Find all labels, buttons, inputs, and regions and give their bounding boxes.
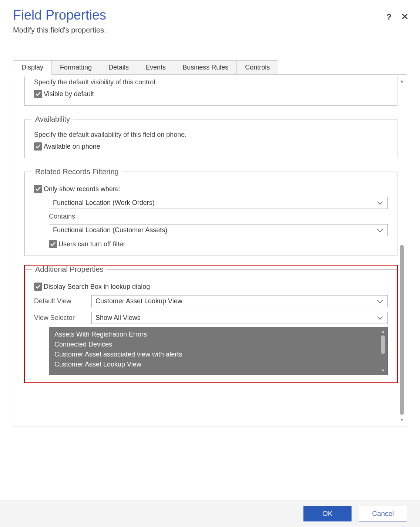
- default-view-select-wrap: Customer Asset Lookup View: [91, 295, 388, 307]
- filtering-legend: Related Records Filtering: [32, 168, 122, 176]
- available-on-phone-row: Available on phone: [34, 142, 388, 151]
- cancel-button[interactable]: Cancel: [359, 506, 407, 521]
- scroll-up-icon[interactable]: ▲: [381, 329, 385, 334]
- default-view-value: Customer Asset Lookup View: [95, 297, 182, 305]
- filter-parent-select[interactable]: Functional Location (Work Orders): [49, 197, 388, 209]
- scroll-down-icon[interactable]: ▼: [400, 417, 404, 422]
- scroll-thumb[interactable]: [381, 335, 385, 354]
- scroll-thumb[interactable]: [400, 245, 404, 415]
- views-listbox[interactable]: Assets With Registration Errors Connecte…: [49, 327, 388, 375]
- display-search-box-checkbox[interactable]: [34, 283, 42, 291]
- availability-section: Availability Specify the default availab…: [24, 115, 397, 158]
- visible-by-default-label: Visible by default: [44, 90, 94, 98]
- filter-child-select[interactable]: Functional Location (Customer Assets): [49, 224, 388, 236]
- dialog-footer: OK Cancel: [0, 500, 420, 527]
- dialog-header: Field Properties Modify this field's pro…: [0, 0, 420, 38]
- ok-button[interactable]: OK: [303, 506, 352, 521]
- panel-scrollbar[interactable]: ▲ ▼: [399, 78, 405, 422]
- users-can-turn-off-checkbox[interactable]: [49, 240, 57, 248]
- visibility-section: Specify the default visibility of this c…: [24, 77, 397, 106]
- tab-events[interactable]: Events: [137, 60, 174, 75]
- scroll-region: Specify the default visibility of this c…: [13, 75, 407, 426]
- scroll-down-icon[interactable]: ▼: [381, 368, 385, 373]
- chevron-down-icon: [377, 314, 383, 322]
- scroll-up-icon[interactable]: ▲: [400, 78, 404, 84]
- contains-label: Contains: [49, 213, 388, 220]
- list-item[interactable]: Customer Asset Lookup View: [49, 359, 379, 369]
- header-icons: ? ✕: [387, 11, 409, 23]
- listbox-items: Assets With Registration Errors Connecte…: [49, 327, 379, 375]
- users-can-turn-off-label: Users can turn off filter: [58, 240, 125, 248]
- view-selector-label: View Selector: [34, 314, 91, 322]
- additional-legend: Additional Properties: [32, 265, 107, 274]
- list-item[interactable]: Connected Devices: [49, 339, 379, 349]
- tab-business-rules[interactable]: Business Rules: [174, 60, 237, 75]
- related-records-filtering-section: Related Records Filtering Only show reco…: [24, 168, 397, 256]
- available-on-phone-label: Available on phone: [44, 143, 100, 151]
- default-view-row: Default View Customer Asset Lookup View: [34, 295, 388, 307]
- tab-details[interactable]: Details: [100, 60, 137, 75]
- default-view-select[interactable]: Customer Asset Lookup View: [91, 295, 388, 307]
- dialog-body: Display Formatting Details Events Busine…: [0, 38, 420, 500]
- availability-desc: Specify the default availability of this…: [34, 131, 388, 139]
- visibility-desc: Specify the default visibility of this c…: [34, 78, 388, 86]
- only-show-records-checkbox[interactable]: [34, 185, 42, 193]
- dialog-subtitle: Modify this field's properties.: [13, 26, 407, 34]
- chevron-down-icon: [377, 199, 383, 207]
- chevron-down-icon: [377, 226, 383, 234]
- view-selector-row: View Selector Show All Views: [34, 312, 388, 324]
- filter-child-value: Functional Location (Customer Assets): [53, 226, 167, 234]
- available-on-phone-checkbox[interactable]: [34, 142, 42, 151]
- listbox-scrollbar[interactable]: ▲ ▼: [379, 327, 387, 375]
- view-selector-select[interactable]: Show All Views: [91, 312, 388, 324]
- tabs: Display Formatting Details Events Busine…: [13, 60, 407, 75]
- display-search-box-label: Display Search Box in lookup dialog: [44, 283, 150, 291]
- view-selector-select-wrap: Show All Views: [91, 312, 388, 324]
- availability-legend: Availability: [32, 115, 73, 124]
- scroll-track[interactable]: [400, 86, 404, 415]
- only-show-records-row: Only show records where:: [34, 185, 388, 193]
- display-search-box-row: Display Search Box in lookup dialog: [34, 283, 388, 291]
- additional-properties-section: Additional Properties Display Search Box…: [24, 265, 397, 383]
- close-icon[interactable]: ✕: [401, 11, 409, 23]
- dialog-title: Field Properties: [13, 7, 407, 23]
- tab-display[interactable]: Display: [13, 60, 52, 75]
- chevron-down-icon: [377, 297, 383, 305]
- field-properties-dialog: Field Properties Modify this field's pro…: [0, 0, 420, 527]
- only-show-records-label: Only show records where:: [44, 185, 121, 193]
- filter-parent-value: Functional Location (Work Orders): [53, 199, 155, 206]
- users-can-turn-off-row: Users can turn off filter: [49, 240, 388, 248]
- filter-parent-select-wrap: Functional Location (Work Orders): [49, 197, 388, 209]
- visible-by-default-row: Visible by default: [34, 90, 388, 98]
- visible-by-default-checkbox[interactable]: [34, 90, 42, 98]
- default-view-label: Default View: [34, 297, 91, 305]
- tab-controls[interactable]: Controls: [236, 60, 278, 75]
- list-item[interactable]: Assets With Registration Errors: [49, 330, 379, 339]
- help-icon[interactable]: ?: [387, 12, 392, 22]
- tab-formatting[interactable]: Formatting: [51, 60, 100, 75]
- list-item[interactable]: Customer Asset associated view with aler…: [49, 349, 379, 359]
- filter-child-select-wrap: Functional Location (Customer Assets): [49, 224, 388, 236]
- view-selector-value: Show All Views: [95, 314, 141, 321]
- content-panel: Specify the default visibility of this c…: [13, 74, 407, 426]
